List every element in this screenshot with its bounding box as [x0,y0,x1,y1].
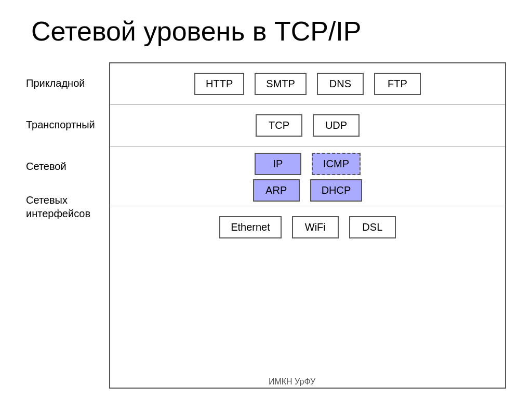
dns-box: DNS [317,73,364,95]
main-content: Прикладной Транспортный Сетевой Сетевыхи… [26,62,506,389]
smtp-box: SMTP [255,73,307,95]
label-interface-text: Сетевыхинтерфейсов [26,193,90,220]
ethernet-box: Ethernet [219,216,282,238]
dsl-box: DSL [349,216,396,238]
ip-box: IP [255,153,301,175]
dhcp-box: DHCP [310,179,363,202]
diagram: HTTP SMTP DNS FTP TCP UDP [109,62,506,389]
footer: ИМКН УрФУ 21 [26,371,532,389]
footer-center: ИМКН УрФУ [203,377,380,387]
label-network: Сетевой [26,145,104,187]
page: Сетевой уровень в TCP/IP Прикладной Тран… [0,0,532,399]
label-transport: Транспортный [26,104,104,145]
page-number: 21 [381,375,532,389]
http-box: HTTP [194,73,244,95]
label-application: Прикладной [26,62,104,104]
interface-layer: Ethernet WiFi DSL [110,206,505,248]
udp-box: UDP [313,114,360,137]
labels-column: Прикладной Транспортный Сетевой Сетевыхи… [26,62,109,389]
label-interface: Сетевыхинтерфейсов [26,187,104,229]
ip-icmp-row: IP ICMP [110,147,505,179]
transport-layer: TCP UDP [110,105,505,147]
ftp-box: FTP [374,73,421,95]
icmp-box: ICMP [312,153,361,175]
network-layer: IP ICMP ARP DHCP [110,147,505,206]
page-title: Сетевой уровень в TCP/IP [31,16,506,47]
wifi-box: WiFi [292,216,339,238]
tcp-box: TCP [256,114,302,137]
arp-dhcp-row: ARP DHCP [110,179,505,206]
application-layer: HTTP SMTP DNS FTP [110,63,505,105]
arp-box: ARP [253,179,300,202]
